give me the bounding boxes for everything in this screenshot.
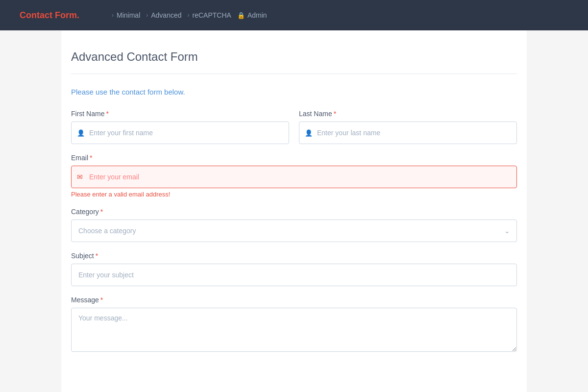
first-name-label: First Name* <box>71 110 289 118</box>
chevron-icon: › <box>146 12 148 19</box>
message-label: Message* <box>71 296 517 304</box>
lock-icon: 🔒 <box>237 12 245 19</box>
main-content: Advanced Contact Form Please use the con… <box>61 30 527 392</box>
divider <box>71 74 517 74</box>
last-name-label: Last Name* <box>299 110 517 118</box>
nav-label-minimal: Minimal <box>117 11 140 19</box>
subject-group: Subject* <box>71 252 517 286</box>
email-input[interactable] <box>71 166 517 188</box>
email-error-message: Please enter a valid email address! <box>71 191 517 198</box>
nav-item-minimal[interactable]: › Minimal <box>109 11 143 19</box>
email-group: Email* ✉ Please enter a valid email addr… <box>71 154 517 198</box>
last-name-input[interactable] <box>299 122 517 144</box>
category-select[interactable]: Choose a category General Inquiry Suppor… <box>71 220 517 242</box>
category-group: Category* Choose a category General Inqu… <box>71 208 517 242</box>
nav-item-recaptcha[interactable]: › reCAPTCHA <box>185 11 234 19</box>
subject-input[interactable] <box>71 264 517 286</box>
required-star: * <box>100 208 103 216</box>
chevron-icon: › <box>112 12 114 19</box>
first-name-input-wrapper <box>71 122 289 144</box>
contact-form: First Name* Last Name* <box>71 110 517 352</box>
navbar: Contact Form. › Minimal › Advanced › reC… <box>0 0 588 30</box>
nav-label-admin: Admin <box>247 11 267 19</box>
form-description: Please use the contact form below. <box>71 88 517 96</box>
nav-label-advanced: Advanced <box>151 11 181 19</box>
email-input-wrapper: ✉ <box>71 166 517 188</box>
required-star: * <box>96 252 98 260</box>
first-name-group: First Name* <box>71 110 289 144</box>
chevron-icon: › <box>188 12 190 19</box>
message-group: Message* <box>71 296 517 352</box>
nav-label-recaptcha: reCAPTCHA <box>193 11 231 19</box>
brand-text: Contact Form <box>20 10 77 20</box>
nav-menu: › Minimal › Advanced › reCAPTCHA 🔒 Admin <box>109 11 270 19</box>
nav-item-admin[interactable]: 🔒 Admin <box>234 11 270 19</box>
category-select-wrapper: Choose a category General Inquiry Suppor… <box>71 220 517 242</box>
brand-logo[interactable]: Contact Form. <box>20 10 79 21</box>
name-row: First Name* Last Name* <box>71 110 517 144</box>
nav-item-advanced[interactable]: › Advanced <box>143 11 184 19</box>
first-name-input[interactable] <box>71 122 289 144</box>
last-name-group: Last Name* <box>299 110 517 144</box>
brand-dot: . <box>77 10 79 20</box>
message-textarea[interactable] <box>71 308 517 352</box>
subject-label: Subject* <box>71 252 517 260</box>
category-label: Category* <box>71 208 517 216</box>
required-star: * <box>334 110 336 118</box>
email-label: Email* <box>71 154 517 162</box>
required-star: * <box>100 296 103 304</box>
page-title: Advanced Contact Form <box>71 50 517 64</box>
required-star: * <box>106 110 108 118</box>
last-name-input-wrapper <box>299 122 517 144</box>
required-star: * <box>90 154 92 162</box>
